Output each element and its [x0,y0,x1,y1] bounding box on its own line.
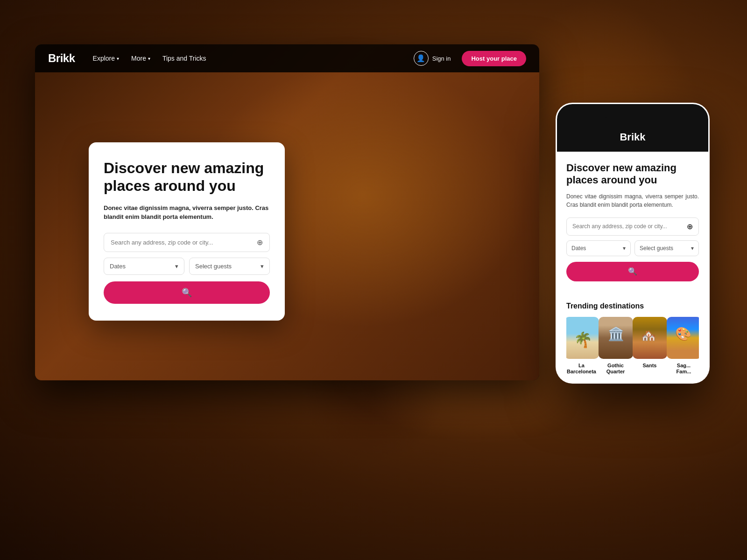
trending-grid: LaBarceloneta GothicQuarter Sants Sag...… [566,317,699,375]
desktop-search-button[interactable]: 🔍 [104,281,270,304]
host-place-button[interactable]: Host your place [462,51,526,66]
trending-item-sants[interactable]: Sants [634,317,665,375]
explore-chevron: ▾ [117,56,119,61]
location-icon: ⊕ [257,238,263,247]
trending-label-sagrada: Sag...Fam... [677,363,691,375]
trending-label-sants: Sants [643,363,657,369]
desktop-hero-subtitle: Donec vitae dignissim magna, viverra sem… [104,203,270,222]
sign-in-button[interactable]: 👤 Sign in [409,48,456,69]
trending-item-sagrada[interactable]: Sag...Fam... [669,317,699,375]
mobile-logo: Brikk [566,131,699,143]
desktop-card-inner: Brikk Explore ▾ More ▾ Tips and Tricks 👤 [35,44,539,380]
trending-img-sagrada [667,317,699,359]
desktop-search-input-wrap[interactable]: ⊕ [104,233,270,252]
mobile-notch [605,108,661,120]
mobile-search-icon: 🔍 [628,267,637,276]
nav-tips[interactable]: Tips and Tricks [158,52,211,65]
mobile-status-bar [557,104,708,125]
user-icon: 👤 [414,51,429,66]
desktop-dates-select[interactable]: Dates ▾ [104,258,184,275]
mobile-hero-subtitle: Donec vitae dignissim magna, viverra sem… [566,192,699,209]
mobile-header: Brikk [557,125,708,152]
trending-item-gothic[interactable]: GothicQuarter [600,317,631,375]
trending-title: Trending destinations [566,302,699,310]
mobile-search-button[interactable]: 🔍 [566,262,699,281]
mobile-search-input-wrap[interactable]: ⊕ [566,217,699,236]
trending-img-barceloneta [566,317,599,359]
mobile-hero-title: Discover new amazing places around you [566,162,699,187]
desktop-guests-select[interactable]: Select guests ▾ [189,258,270,275]
desktop-hero-title: Discover new amazing places around you [104,159,270,195]
mobile-guests-chevron: ▾ [691,245,694,252]
nav-right: 👤 Sign in Host your place [409,48,526,69]
mobile-guests-select[interactable]: Select guests ▾ [634,240,699,256]
desktop-search-row: Dates ▾ Select guests ▾ [104,258,270,275]
trending-img-sants [633,317,667,359]
desktop-logo[interactable]: Brikk [48,52,75,65]
user-avatar-icon: 👤 [416,54,425,63]
search-icon: 🔍 [182,287,192,298]
nav-more[interactable]: More ▾ [127,52,155,65]
nav-links: Explore ▾ More ▾ Tips and Tricks [88,52,409,65]
dates-chevron: ▾ [175,263,178,270]
trending-label-gothic: GothicQuarter [606,363,625,375]
more-chevron: ▾ [148,56,150,61]
mobile-search-input[interactable] [572,223,684,230]
mobile-dates-chevron: ▾ [623,245,626,252]
desktop-search-card: Discover new amazing places around you D… [89,142,285,321]
nav-explore[interactable]: Explore ▾ [88,52,124,65]
mobile-search-row: Dates ▾ Select guests ▾ [566,240,699,256]
trending-label-barceloneta: LaBarceloneta [567,363,596,375]
mobile-phone-card: Brikk Discover new amazing places around… [556,103,710,384]
desktop-search-input[interactable] [111,239,253,246]
desktop-browser-card: Brikk Explore ▾ More ▾ Tips and Tricks 👤 [35,44,539,380]
trending-item-barceloneta[interactable]: LaBarceloneta [566,317,597,375]
trending-img-gothic [599,317,633,359]
mobile-dates-select[interactable]: Dates ▾ [566,240,631,256]
mobile-location-icon: ⊕ [687,222,693,231]
guests-chevron: ▾ [261,263,264,270]
trending-section: Trending destinations LaBarceloneta Goth… [557,294,708,382]
mobile-search-card: Discover new amazing places around you D… [557,152,708,291]
desktop-navbar: Brikk Explore ▾ More ▾ Tips and Tricks 👤 [35,44,539,72]
